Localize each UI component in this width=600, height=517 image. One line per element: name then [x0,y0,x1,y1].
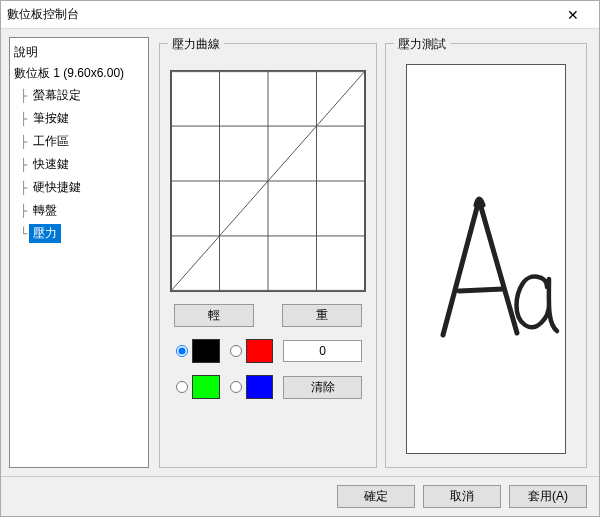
pressure-test-group: 壓力測試 [385,43,587,468]
tree-branch-icon: └ [20,227,27,241]
swatch-red[interactable] [246,339,274,363]
color-radio-green[interactable] [176,381,188,393]
tree-item-label: 快速鍵 [29,155,73,174]
pressure-test-title: 壓力測試 [394,36,450,53]
pressure-test-canvas[interactable] [406,64,566,454]
tree-item-1[interactable]: ├筆按鍵 [12,107,146,130]
color-radio-blue[interactable] [230,381,242,393]
tree-item-label: 工作區 [29,132,73,151]
tree-item-label: 硬快捷鍵 [29,178,85,197]
clear-button[interactable]: 清除 [283,376,362,399]
tree-item-label: 轉盤 [29,201,61,220]
tree-item-label: 筆按鍵 [29,109,73,128]
tree-item-label: 螢幕設定 [29,86,85,105]
tree-branch-icon: ├ [20,158,27,172]
titlebar: 數位板控制台 ✕ [1,1,599,29]
pressure-curve-canvas[interactable] [170,70,366,292]
tree-parent[interactable]: 數位板 1 (9.60x6.00) [12,63,146,84]
ok-button[interactable]: 確定 [337,485,415,508]
body: 說明 數位板 1 (9.60x6.00) ├螢幕設定├筆按鍵├工作區├快速鍵├硬… [1,29,599,476]
tree-branch-icon: ├ [20,89,27,103]
pressure-curve-title: 壓力曲線 [168,36,224,53]
tree-branch-icon: ├ [20,135,27,149]
tree-item-5[interactable]: ├轉盤 [12,199,146,222]
dialog-footer: 確定 取消 套用(A) [1,476,599,516]
tree-branch-icon: ├ [20,112,27,126]
tree-item-3[interactable]: ├快速鍵 [12,153,146,176]
right-pane: 壓力曲線 輕 重 [153,29,599,476]
light-button[interactable]: 輕 [174,304,254,327]
window: 數位板控制台 ✕ 說明 數位板 1 (9.60x6.00) ├螢幕設定├筆按鍵├… [0,0,600,517]
window-title: 數位板控制台 [7,6,553,23]
swatch-green[interactable] [192,375,220,399]
tree-branch-icon: ├ [20,181,27,195]
cancel-button[interactable]: 取消 [423,485,501,508]
tree-item-label: 壓力 [29,224,61,243]
tree-item-2[interactable]: ├工作區 [12,130,146,153]
tree-root[interactable]: 說明 [12,42,146,63]
color-row-1: 0 [176,339,366,363]
color-radio-red[interactable] [230,345,242,357]
heavy-button[interactable]: 重 [282,304,362,327]
color-radio-black[interactable] [176,345,188,357]
swatch-blue[interactable] [246,375,274,399]
nav-tree: 說明 數位板 1 (9.60x6.00) ├螢幕設定├筆按鍵├工作區├快速鍵├硬… [9,37,149,468]
close-icon[interactable]: ✕ [553,2,593,28]
pressure-curve-group: 壓力曲線 輕 重 [159,43,377,468]
tree-item-6[interactable]: └壓力 [12,222,146,245]
tree-item-0[interactable]: ├螢幕設定 [12,84,146,107]
tree-branch-icon: ├ [20,204,27,218]
swatch-black[interactable] [192,339,220,363]
color-row-2: 清除 [176,375,366,399]
tree-item-4[interactable]: ├硬快捷鍵 [12,176,146,199]
apply-button[interactable]: 套用(A) [509,485,587,508]
light-heavy-row: 輕 重 [174,304,362,327]
pressure-value: 0 [283,340,362,362]
